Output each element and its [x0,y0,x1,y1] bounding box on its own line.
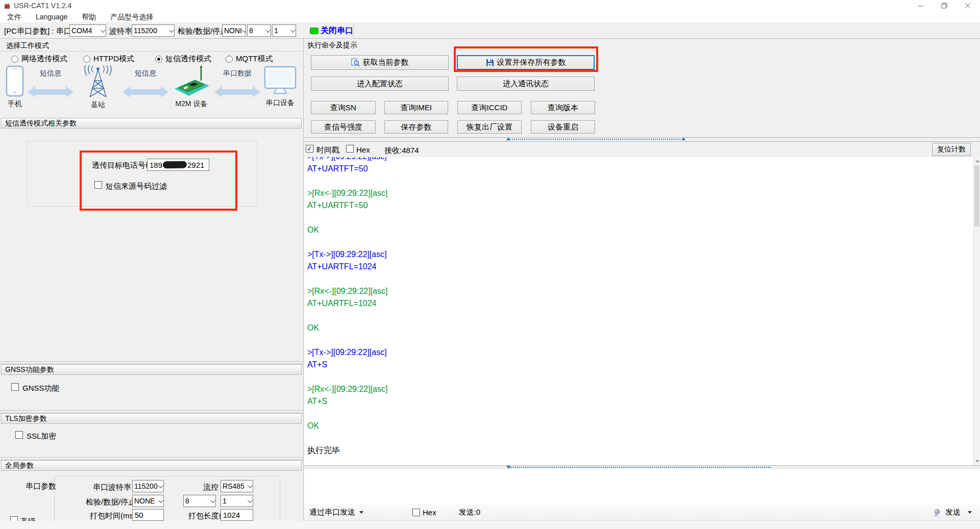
command-panel-title: 执行命令及提示 [307,41,357,50]
g-baud-label: 串口波特率 [93,483,131,492]
get-current-params-button[interactable]: 获取当前参数 [311,55,449,70]
flow-control-label: 流控 [203,483,218,492]
send-hex-checkbox[interactable]: Hex [412,508,436,517]
checkbox-icon [412,509,420,516]
base-station-label: 基站 [91,100,105,110]
radio-sms-mode[interactable]: 短信透传模式 [155,54,211,64]
parity-select[interactable]: NONI [222,24,246,37]
enter-config-state-button[interactable]: 进入配置状态 [311,77,449,91]
target-phone-input[interactable]: 1892921 [147,159,209,171]
send-via-serial-dropdown[interactable]: 通过串口发送 [309,508,363,517]
query-version-button[interactable]: 查询版本 [531,101,595,114]
toolbar-separator [353,24,354,37]
window-title: USR-CAT1 V1.2.4 [14,2,71,10]
enter-comm-state-button[interactable]: 进入通讯状态 [457,77,595,91]
scrollbar-thumb[interactable] [974,165,979,226]
radio-network-mode[interactable]: 网络透传模式 [11,54,67,64]
log-line [307,408,973,420]
save-icon [486,59,494,67]
factory-reset-button[interactable]: 恢复出厂设置 [457,120,522,134]
search-doc-icon [351,58,360,67]
phone-icon [5,65,24,98]
checkbox-label: GNSS功能 [22,384,60,393]
button-label: 进入通讯状态 [503,79,549,89]
menu-product-model[interactable]: 产品型号选择 [103,11,160,22]
mode-diagram: 手机 短信息 基站 短信息 [5,65,297,114]
button-label: 查询SN [330,103,356,113]
stop-bits-select[interactable]: 1 [272,24,296,37]
log-line: >[Rx<-][09:29:22][asc] [307,383,973,395]
log-line [307,273,973,285]
phone-node: 手机 [5,65,24,109]
phone-suffix: 2921 [187,161,204,169]
g-stop-bits-select[interactable]: 1 [220,495,253,507]
serial-toolbar: [PC串口参数] : 串口号 COM4 波特率 115200 检验/数据/停止 … [0,23,980,39]
checkbox-label: Hex [356,145,370,154]
log-splitter[interactable] [304,137,980,142]
checkbox-label: 时间戳 [316,145,339,155]
log-output[interactable]: >[Tx->][09:29:22][asc] AT+UARTFT=50 >[Rx… [304,157,973,465]
data-bits-select[interactable]: 8 [247,24,271,37]
save-params-button[interactable]: 保存参数 [384,120,448,134]
radio-label: 网络透传模式 [21,54,67,64]
serial-device-label: 串口设备 [266,98,295,108]
radio-icon [226,56,233,63]
reset-count-button[interactable]: 复位计数 [932,143,971,156]
button-label: 保存参数 [401,122,432,132]
com-port-select[interactable]: COM4 [69,24,106,37]
scroll-up-icon[interactable] [975,160,979,162]
scroll-down-icon[interactable] [975,460,979,463]
radio-httpd-mode[interactable]: HTTPD模式 [83,54,134,64]
send-sound-icon [933,508,942,517]
log-line: AT+S [307,395,973,408]
serial-device-node: 串口设备 [263,65,297,108]
query-sn-button[interactable]: 查询SN [311,101,376,114]
log-line [307,371,973,383]
radio-label: 短信透传模式 [165,54,211,64]
pack-time-input[interactable]: 50 [132,509,164,521]
query-iccid-button[interactable]: 查询ICCID [457,101,522,114]
work-mode-title: 选择工作模式 [6,41,49,51]
send-controls-row: 通过串口发送 Hex 发送:0 发送 [304,504,980,521]
menu-help[interactable]: 帮助 [75,11,103,22]
checkbox-icon [11,383,19,391]
radio-mqtt-mode[interactable]: MQTT模式 [226,54,273,64]
log-scrollbar[interactable] [973,157,980,465]
splitter-handle[interactable] [509,139,680,140]
checkbox-checked-icon [306,145,313,153]
splitter-handle[interactable] [509,467,771,468]
base-station-icon [77,65,119,99]
recv-count: 接收:4874 [384,146,419,156]
query-imei-button[interactable]: 查询IMEI [384,101,448,114]
sms-params-panel [27,141,257,207]
g-data-bits-select[interactable]: 8 [183,495,216,507]
pc-serial-params-label: [PC串口参数] : 串口号 [4,27,79,36]
sms-link-1: 短信息 [24,65,77,97]
device-restart-button[interactable]: 设备重启 [531,120,595,134]
menu-language[interactable]: Language [29,11,75,22]
flow-control-select[interactable]: RS485 [220,480,253,492]
query-signal-button[interactable]: 查信号强度 [311,120,376,134]
frame-format-label: 检验/数据/停止 [178,27,228,36]
link-label: 短信息 [135,69,156,79]
log-line: AT+UARTFL=1024 [307,297,973,310]
log-line: >[Tx->][09:29:22][asc] [307,248,973,261]
chevron-down-icon [359,511,363,514]
log-line: >[Tx->][09:29:22][asc] [307,157,973,163]
pack-len-input[interactable]: 1024 [220,509,253,521]
g-baud-select[interactable]: 115200 [132,480,164,492]
close-button[interactable] [956,0,979,11]
set-save-all-params-button[interactable]: 设置并保存所有参数 [457,55,595,70]
app-window: USR-CAT1 V1.2.4 文件 Language 帮助 产品型号选择 [P… [0,0,980,529]
minimize-button[interactable] [909,0,933,11]
baud-rate-select[interactable]: 115200 [132,24,175,37]
g-parity-select[interactable]: NONE [132,495,164,507]
radio-label: HTTPD模式 [93,54,134,64]
chevron-down-icon [968,511,972,514]
restore-button[interactable] [933,0,956,11]
menu-file[interactable]: 文件 [0,11,29,22]
send-button[interactable]: 发送 [933,508,972,517]
work-mode-title-rule [0,51,303,52]
button-label: 查询ICCID [472,103,508,113]
log-line [307,310,973,322]
